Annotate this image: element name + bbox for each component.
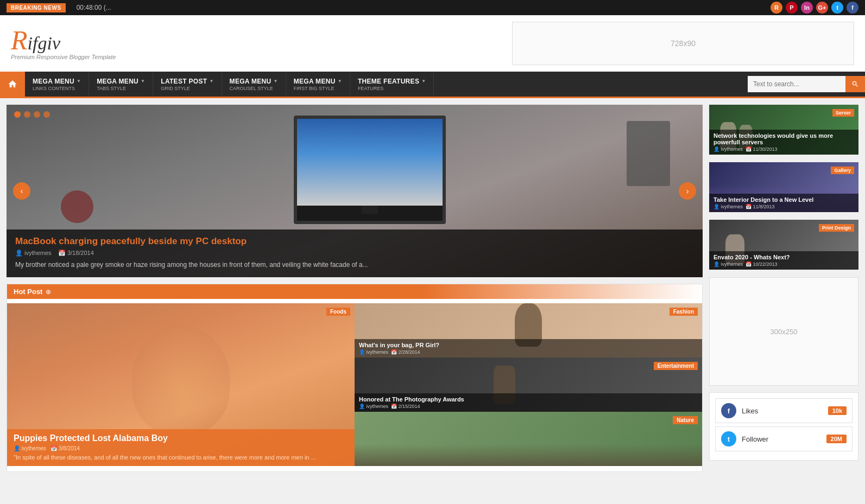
twitter-count: 20M — [826, 435, 847, 443]
content-left: ‹ › MacBook charging peacefully beside m… — [7, 105, 703, 472]
gallery-title: Take Interior Design to a New Level — [714, 196, 854, 203]
navigation: MEGA MENU ▼ LINKS CONTENTS MEGA MENU ▼ T… — [0, 72, 865, 97]
nav-home-button[interactable] — [0, 72, 25, 97]
hot-post-section: Hot Post ⊕ Foods Puppies Protected Lost … — [7, 284, 703, 472]
entertainment-badge: Entertainment — [654, 362, 698, 370]
hero-excerpt: My brother noticed a pale grey smoke or … — [15, 260, 694, 270]
social-icons-bar: R P In G+ t f — [771, 2, 858, 14]
hero-prev-button[interactable]: ‹ — [13, 182, 30, 200]
hot-post-main-badge: Foods — [326, 308, 350, 316]
search-bar — [748, 76, 865, 92]
hot-post-excerpt: "In spite of all these diseases, and of … — [14, 454, 348, 462]
main-content: ‹ › MacBook charging peacefully beside m… — [0, 98, 865, 479]
header-ad-banner: 728x90 — [512, 22, 854, 65]
facebook-icon[interactable]: f — [847, 2, 858, 14]
search-input[interactable] — [748, 76, 845, 92]
nav-item-mega-menu-carousel[interactable]: MEGA MENU ▼ CAROUSEL STYLE — [222, 72, 286, 97]
hero-author-icon: 👤 — [15, 250, 24, 256]
nav-arrow-1: ▼ — [141, 79, 145, 84]
nav-arrow-0: ▼ — [77, 79, 81, 84]
nav-item-theme-features[interactable]: THEME FEATURES ▼ FEATURES — [350, 72, 434, 97]
social-row-facebook[interactable]: f Likes 10k — [715, 398, 853, 423]
hero-dot-3[interactable] — [34, 111, 40, 118]
search-button[interactable] — [845, 76, 865, 92]
hero-dot-1[interactable] — [14, 111, 21, 118]
nav-arrow-5: ▼ — [421, 79, 426, 84]
hot-post-main-title[interactable]: Puppies Protected Lost Alabama Boy — [14, 433, 348, 443]
nature-badge: Nature — [673, 416, 698, 424]
nav-items-list: MEGA MENU ▼ LINKS CONTENTS MEGA MENU ▼ T… — [25, 72, 748, 97]
hot-post-main[interactable]: Foods Puppies Protected Lost Alabama Boy… — [7, 303, 355, 466]
server-meta: 👤 ivythemes 📅 11/30/2013 — [714, 146, 854, 152]
facebook-social-icon: f — [721, 403, 736, 418]
ticker-text: 00:48:00 (... — [77, 4, 111, 11]
twitter-label: Follower — [742, 435, 821, 443]
pinterest-icon[interactable]: P — [786, 2, 798, 14]
sidebar: Server Network technologies would give u… — [709, 105, 858, 472]
hot-post-main-caption: Puppies Protected Lost Alabama Boy 👤 ivy… — [7, 429, 355, 466]
nav-arrow-2: ▼ — [209, 79, 213, 84]
entertainment-title: Honored at The Photography Awards — [359, 396, 698, 403]
fashion-badge: Fashion — [670, 308, 698, 316]
hot-post-rss-icon: ⊕ — [46, 288, 51, 296]
hero-next-button[interactable]: › — [679, 182, 696, 200]
server-title: Network technologies would give us more … — [714, 132, 854, 145]
nav-item-mega-menu-tabs[interactable]: MEGA MENU ▼ TABS STYLE — [89, 72, 153, 97]
nav-item-mega-menu-bigstyle[interactable]: MEGA MENU ▼ FIRST BIG STYLE — [286, 72, 350, 97]
fashion-caption: What's in your bag, PR Girl? 👤 ivythemes… — [355, 339, 702, 358]
monitor-decoration — [294, 116, 446, 224]
hero-date-icon: 📅 — [58, 250, 67, 256]
nav-item-latest-post[interactable]: LATEST POST ▼ GRID STYLE — [153, 72, 222, 97]
gallery-badge: Gallery — [831, 167, 854, 174]
google-icon[interactable]: G+ — [816, 2, 828, 14]
entertainment-meta: 👤 ivythemes 📅 2/15/2014 — [359, 404, 698, 409]
nav-arrow-4: ▼ — [338, 79, 342, 84]
sidebar-ad: 300x250 — [709, 277, 858, 386]
sidebar-post-printdesign[interactable]: Print Design Envato 2020 - Whats Next? 👤… — [709, 220, 858, 270]
printdesign-caption: Envato 2020 - Whats Next? 👤 ivythemes 📅 … — [709, 251, 858, 270]
facebook-label: Likes — [742, 407, 823, 415]
hero-caption: MacBook charging peacefully beside my PC… — [7, 229, 703, 277]
hot-post-right: Fashion What's in your bag, PR Girl? 👤 i… — [355, 303, 702, 466]
hot-post-grid: Foods Puppies Protected Lost Alabama Boy… — [7, 303, 702, 466]
sidebar-post-gallery[interactable]: Gallery Take Interior Design to a New Le… — [709, 162, 858, 212]
hot-post-card-entertainment[interactable]: Entertainment Honored at The Photography… — [355, 358, 702, 412]
twitter-icon[interactable]: t — [831, 2, 843, 14]
top-bar: BREAKING NEWS 00:48:00 (... R P In G+ t … — [0, 0, 865, 15]
facebook-count: 10k — [828, 406, 847, 415]
hot-post-card-nature[interactable]: Nature — [355, 412, 702, 466]
search-icon — [851, 80, 859, 88]
hot-post-header: Hot Post ⊕ — [7, 284, 702, 299]
home-icon — [8, 79, 17, 89]
hot-post-label: Hot Post — [14, 288, 42, 296]
hero-author: ivythemes — [24, 250, 52, 256]
logo-tagline: Premium Responsive Blogger Template — [11, 54, 116, 60]
nav-item-mega-menu-links[interactable]: MEGA MENU ▼ LINKS CONTENTS — [25, 72, 89, 97]
hero-dots — [14, 111, 50, 118]
printdesign-meta: 👤 ivythemes 📅 10/22/2013 — [714, 261, 854, 267]
site-header: Rifgiv Premium Responsive Blogger Templa… — [0, 15, 865, 72]
hot-post-author-icon: 👤 — [14, 445, 22, 451]
hero-slider: ‹ › MacBook charging peacefully beside m… — [7, 105, 703, 277]
hot-post-main-meta: 👤 ivythemes 📅 3/8/2014 — [14, 445, 348, 451]
hero-meta: 👤 ivythemes 📅 3/18/2014 — [15, 250, 694, 257]
hot-post-date-icon: 📅 — [50, 445, 59, 451]
hero-title[interactable]: MacBook charging peacefully beside my PC… — [15, 236, 694, 247]
social-row-twitter[interactable]: t Follower 20M — [715, 426, 853, 451]
hero-dot-2[interactable] — [24, 111, 30, 118]
printdesign-badge: Print Design — [819, 224, 854, 232]
rss-icon[interactable]: R — [771, 2, 782, 14]
fashion-meta: 👤 ivythemes 📅 2/28/2014 — [359, 349, 698, 355]
social-widget: f Likes 10k t Follower 20M — [709, 392, 858, 461]
server-badge: Server — [832, 109, 854, 117]
hero-dot-4[interactable] — [43, 111, 50, 118]
sidebar-post-server[interactable]: Server Network technologies would give u… — [709, 105, 858, 155]
nature-post-image — [355, 412, 702, 466]
twitter-social-icon: t — [721, 431, 736, 446]
instagram-icon[interactable]: In — [801, 2, 813, 14]
gallery-meta: 👤 ivythemes 📅 11/8/2013 — [714, 204, 854, 209]
nav-arrow-3: ▼ — [274, 79, 278, 84]
site-logo[interactable]: Rifgiv Premium Responsive Blogger Templa… — [11, 27, 116, 60]
hot-post-card-fashion[interactable]: Fashion What's in your bag, PR Girl? 👤 i… — [355, 303, 702, 358]
breaking-news-label: BREAKING NEWS — [7, 3, 66, 12]
